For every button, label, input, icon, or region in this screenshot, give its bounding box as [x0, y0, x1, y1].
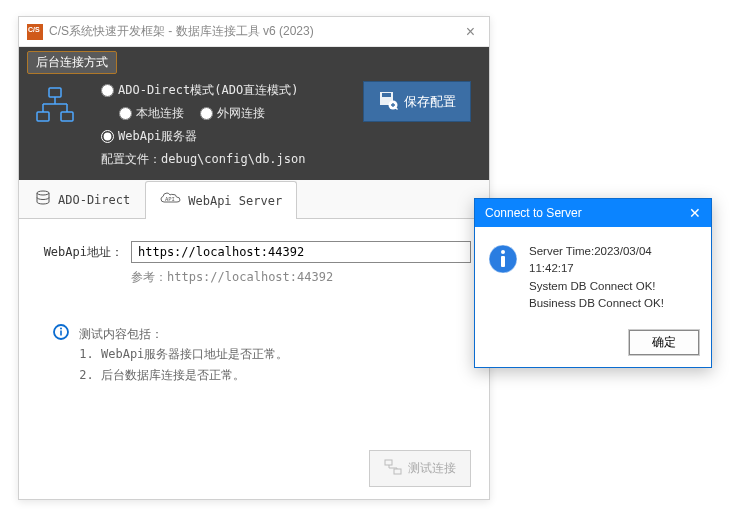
- test-connection-button[interactable]: 测试连接: [369, 450, 471, 487]
- radio-local-label: 本地连接: [136, 105, 184, 122]
- config-file-label: 配置文件：: [101, 152, 161, 166]
- svg-rect-18: [385, 460, 392, 465]
- svg-rect-17: [60, 331, 62, 336]
- radio-webapi-label: WebApi服务器: [118, 128, 197, 145]
- save-config-button[interactable]: 保存配置: [363, 81, 471, 122]
- titlebar: C/S C/S系统快速开发框架 - 数据库连接工具 v6 (2023) ×: [19, 17, 489, 47]
- svg-rect-23: [501, 256, 505, 267]
- svg-text:C/S: C/S: [28, 26, 40, 33]
- tab-webapi-server[interactable]: API WebApi Server: [145, 181, 297, 219]
- main-window: C/S C/S系统快速开发框架 - 数据库连接工具 v6 (2023) × 后台…: [18, 16, 490, 500]
- hint-url: https://localhost:44392: [167, 270, 333, 284]
- radio-webapi[interactable]: WebApi服务器: [101, 128, 197, 145]
- dialog-title-text: Connect to Server: [485, 206, 582, 220]
- save-button-label: 保存配置: [404, 93, 456, 111]
- svg-point-16: [60, 328, 62, 330]
- svg-point-22: [501, 250, 505, 254]
- dialog-ok-button[interactable]: 确定: [629, 330, 699, 355]
- radio-external[interactable]: 外网连接: [200, 105, 265, 122]
- note-item-1: WebApi服务器接口地址是否正常。: [101, 344, 288, 364]
- webapi-address-input[interactable]: [131, 241, 471, 263]
- tab-ado-label: ADO-Direct: [58, 193, 130, 207]
- tab-content: WebApi地址： 参考：https://localhost:44392 测试内…: [19, 219, 489, 397]
- config-file-line: 配置文件：debug\config\db.json: [101, 151, 477, 168]
- window-title: C/S系统快速开发框架 - 数据库连接工具 v6 (2023): [49, 23, 460, 40]
- svg-point-13: [37, 191, 49, 195]
- radio-local[interactable]: 本地连接: [119, 105, 184, 122]
- svg-text:API: API: [165, 196, 175, 202]
- app-logo-icon: C/S: [27, 24, 43, 40]
- test-icon: [384, 459, 402, 478]
- dialog-line-2: System DB Connect OK!: [529, 278, 699, 295]
- svg-rect-19: [394, 469, 401, 474]
- dialog-message: Server Time:2023/03/04 11:42:17 System D…: [529, 243, 699, 312]
- connect-result-dialog: Connect to Server ✕ Server Time:2023/03/…: [474, 198, 712, 368]
- svg-rect-3: [37, 112, 49, 121]
- dialog-titlebar: Connect to Server ✕: [475, 199, 711, 227]
- tab-bar: ADO-Direct API WebApi Server: [19, 180, 489, 219]
- svg-rect-10: [382, 93, 391, 97]
- radio-external-label: 外网连接: [217, 105, 265, 122]
- test-button-label: 测试连接: [408, 460, 456, 477]
- dialog-close-button[interactable]: ✕: [689, 205, 701, 221]
- save-icon: [378, 90, 398, 113]
- webapi-hint: 参考：https://localhost:44392: [131, 269, 471, 286]
- note-item-2: 后台数据库连接是否正常。: [101, 365, 288, 385]
- radio-ado-label: ADO-Direct模式(ADO直连模式): [118, 82, 298, 99]
- window-close-button[interactable]: ×: [460, 23, 481, 41]
- tab-ado-direct[interactable]: ADO-Direct: [19, 180, 145, 218]
- svg-rect-2: [49, 88, 61, 97]
- svg-line-12: [396, 108, 398, 110]
- database-icon: [34, 189, 52, 210]
- dialog-line-3: Business DB Connect OK!: [529, 295, 699, 312]
- info-icon: [53, 324, 69, 385]
- dialog-line-1: Server Time:2023/03/04 11:42:17: [529, 243, 699, 278]
- test-note: 测试内容包括： WebApi服务器接口地址是否正常。 后台数据库连接是否正常。: [37, 324, 471, 385]
- tab-webapi-label: WebApi Server: [188, 194, 282, 208]
- radio-ado-direct[interactable]: ADO-Direct模式(ADO直连模式): [101, 82, 298, 99]
- hint-prefix: 参考：: [131, 270, 167, 284]
- network-icon: [31, 82, 79, 129]
- info-icon: [487, 243, 519, 275]
- webapi-address-label: WebApi地址：: [37, 244, 131, 261]
- connection-config-panel: 后台连接方式 ADO-Direct模式(ADO直连模式): [19, 47, 489, 180]
- config-file-path: debug\config\db.json: [161, 152, 306, 166]
- note-title: 测试内容包括：: [79, 324, 288, 344]
- api-icon: API: [160, 192, 182, 209]
- svg-rect-4: [61, 112, 73, 121]
- section-label: 后台连接方式: [27, 51, 117, 74]
